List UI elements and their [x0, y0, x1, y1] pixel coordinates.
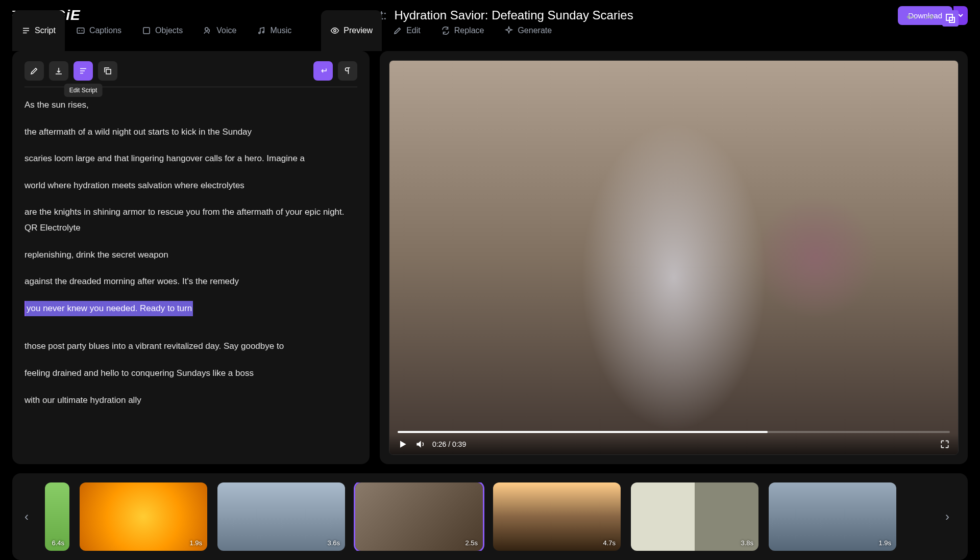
enter-button[interactable]: [313, 61, 333, 81]
timeline-clip[interactable]: 3.8s: [631, 482, 758, 551]
clip-duration: 3.6s: [327, 539, 340, 547]
svg-point-3: [259, 32, 260, 34]
script-line[interactable]: are the knights in shining armor to resc…: [24, 205, 357, 236]
script-line[interactable]: replenishing, drink the secret weapon: [24, 247, 357, 263]
timeline-clip-selected[interactable]: 2.5s: [355, 482, 483, 551]
tab-edit[interactable]: Edit: [384, 10, 430, 51]
svg-rect-8: [106, 69, 111, 74]
clip-duration: 6.4s: [52, 539, 64, 547]
script-line[interactable]: As the sun rises,: [24, 97, 357, 113]
tab-script[interactable]: Script: [12, 10, 65, 51]
volume-icon[interactable]: [415, 439, 425, 449]
video-progress-bar[interactable]: [398, 431, 950, 433]
script-line[interactable]: world where hydration meets salvation wh…: [24, 178, 357, 194]
svg-point-5: [334, 30, 336, 32]
clip-duration: 3.8s: [741, 539, 753, 547]
export-icon[interactable]: [942, 10, 959, 27]
download-script-button[interactable]: [49, 61, 68, 81]
script-line[interactable]: feeling drained and hello to conquering …: [24, 366, 357, 381]
paragraph-button[interactable]: [338, 61, 357, 81]
redo-icon[interactable]: [924, 13, 935, 24]
timeline: ‹ 6.4s 1.9s 3.6s 2.5s 4.7s 3.8s 1.9s ›: [12, 473, 968, 560]
video-preview[interactable]: 0:26 / 0:39: [389, 60, 959, 455]
video-time: 0:26 / 0:39: [432, 440, 466, 448]
clip-duration: 1.9s: [189, 539, 202, 547]
tab-generate[interactable]: Generate: [495, 10, 561, 51]
tab-voice[interactable]: Voice: [194, 10, 246, 51]
video-frame: [389, 61, 958, 454]
script-line[interactable]: against the dreaded morning after woes. …: [24, 274, 357, 290]
undo-icon[interactable]: [905, 13, 917, 24]
script-line[interactable]: with our ultimate hydration ally: [24, 393, 357, 409]
timeline-clip[interactable]: 3.6s: [217, 482, 345, 551]
script-body[interactable]: As the sun rises, the aftermath of a wil…: [12, 87, 370, 464]
play-icon[interactable]: [398, 439, 408, 449]
timeline-clip[interactable]: 1.9s: [769, 482, 896, 551]
timeline-clip[interactable]: 6.4s: [45, 482, 69, 551]
pencil-tool-button[interactable]: [24, 61, 44, 81]
tab-captions[interactable]: Captions: [67, 10, 131, 51]
tab-music[interactable]: Music: [248, 10, 301, 51]
edit-script-button[interactable]: Edit Script: [74, 61, 93, 81]
tab-preview[interactable]: Preview: [321, 10, 382, 51]
timeline-next-icon[interactable]: ›: [945, 510, 955, 524]
tab-replace[interactable]: Replace: [432, 10, 494, 51]
copy-button[interactable]: [98, 61, 117, 81]
fullscreen-icon[interactable]: [940, 439, 950, 449]
script-line[interactable]: scaries loom large and that lingering ha…: [24, 151, 357, 167]
svg-point-2: [205, 28, 208, 31]
clip-duration: 4.7s: [603, 539, 616, 547]
clip-duration: 1.9s: [878, 539, 891, 547]
svg-rect-0: [77, 28, 84, 34]
tab-objects[interactable]: Objects: [133, 10, 192, 51]
timeline-clip[interactable]: 1.9s: [80, 482, 207, 551]
tooltip-edit-script: Edit Script: [64, 84, 103, 97]
timeline-clip[interactable]: 4.7s: [493, 482, 621, 551]
timeline-prev-icon[interactable]: ‹: [24, 510, 35, 524]
clip-duration: 2.5s: [465, 539, 478, 547]
script-line[interactable]: the aftermath of a wild night out starts…: [24, 124, 357, 140]
script-line[interactable]: those post party blues into a vibrant re…: [24, 339, 357, 354]
script-line-highlighted[interactable]: you never knew you needed. Ready to turn: [24, 301, 193, 317]
svg-point-4: [263, 32, 264, 33]
svg-rect-1: [143, 28, 150, 34]
